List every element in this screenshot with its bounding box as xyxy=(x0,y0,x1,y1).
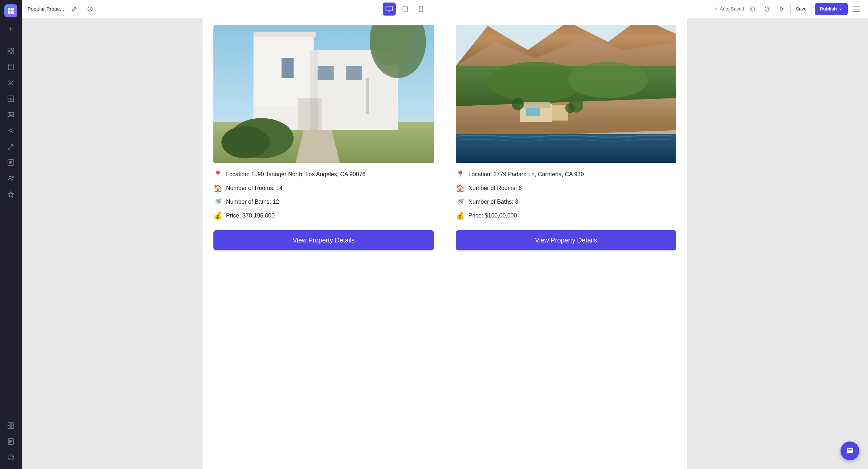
svg-rect-3 xyxy=(11,11,14,14)
rooms-row-1: 🏠 Number of Rooms: 14 xyxy=(213,184,434,193)
price-text-1: Price: $78,195,000 xyxy=(226,212,275,219)
property-card-2: 📍 Location: 2779 Padaro Ln, Carnteria, C… xyxy=(445,18,687,261)
sidebar-item-page[interactable] xyxy=(4,60,18,74)
chat-bubble[interactable] xyxy=(841,441,859,460)
sidebar-item-table[interactable] xyxy=(4,92,18,106)
sidebar-item-settings[interactable] xyxy=(4,123,18,138)
sidebar-item-add[interactable]: + xyxy=(4,22,18,36)
sidebar-bottom xyxy=(4,418,18,465)
svg-rect-78 xyxy=(526,108,540,116)
price-icon-2: 💰 xyxy=(456,211,465,220)
sidebar-item-brush[interactable] xyxy=(4,139,18,154)
bath-icon-2: 🚿 xyxy=(456,198,465,206)
svg-marker-46 xyxy=(780,7,784,11)
baths-row-1: 🚿 Number of Baths: 12 xyxy=(213,198,434,206)
save-button[interactable]: Save xyxy=(790,3,812,15)
location-row-2: 📍 Location: 2779 Padaro Ln, Carnteria, C… xyxy=(456,170,676,179)
sidebar: + xyxy=(0,0,22,469)
svg-point-13 xyxy=(9,84,10,85)
topbar: Popular Prope... ✓ Auto Saved xyxy=(22,0,868,18)
device-switcher xyxy=(100,3,710,16)
svg-rect-60 xyxy=(310,50,318,130)
price-row-1: 💰 Price: $78,195,000 xyxy=(213,211,434,220)
hamburger-menu-btn[interactable] xyxy=(851,3,862,15)
svg-rect-56 xyxy=(282,58,294,78)
view-details-btn-1[interactable]: View Property Details xyxy=(213,230,434,250)
property-details-2: 📍 Location: 2779 Padaro Ln, Carnteria, C… xyxy=(456,170,676,220)
svg-rect-65 xyxy=(366,78,369,114)
price-row-2: 💰 Price: $160,00,000 xyxy=(456,211,676,220)
baths-text-2: Number of Baths: 3 xyxy=(468,199,518,205)
sidebar-item-star[interactable] xyxy=(4,187,18,202)
check-icon: ✓ xyxy=(714,6,718,12)
main-wrapper: Popular Prope... ✓ Auto Saved xyxy=(22,0,868,469)
desktop-btn[interactable] xyxy=(383,3,396,16)
svg-point-27 xyxy=(9,176,11,178)
baths-text-1: Number of Baths: 12 xyxy=(226,199,279,205)
undo-btn[interactable] xyxy=(747,3,758,15)
location-icon-1: 📍 xyxy=(213,170,222,179)
svg-rect-4 xyxy=(8,48,10,50)
view-details-btn-2[interactable]: View Property Details xyxy=(456,230,676,250)
location-text-1: Location: 1590 Tanager North, Los Angele… xyxy=(226,171,366,178)
property-image-2 xyxy=(456,25,676,163)
app-logo[interactable] xyxy=(4,4,17,17)
sidebar-item-scissors[interactable] xyxy=(4,76,18,90)
property-image-1 xyxy=(213,25,434,163)
rooms-icon-1: 🏠 xyxy=(213,184,222,193)
price-text-2: Price: $160,00,000 xyxy=(468,212,517,219)
svg-rect-57 xyxy=(318,66,333,80)
sidebar-item-grid[interactable] xyxy=(4,44,18,58)
property-card-1: 📍 Location: 1590 Tanager North, Los Ange… xyxy=(203,18,445,261)
svg-point-12 xyxy=(9,81,10,82)
redo-btn[interactable] xyxy=(761,3,773,15)
svg-rect-5 xyxy=(12,48,14,50)
svg-rect-74 xyxy=(456,134,676,163)
history-icon-btn[interactable] xyxy=(84,3,96,15)
svg-rect-55 xyxy=(254,32,316,37)
svg-point-22 xyxy=(10,130,12,132)
sidebar-item-list[interactable] xyxy=(4,155,18,170)
sidebar-item-refresh[interactable] xyxy=(4,450,18,465)
price-icon-1: 💰 xyxy=(213,211,222,220)
svg-point-43 xyxy=(405,11,405,12)
svg-rect-58 xyxy=(346,66,362,80)
svg-rect-2 xyxy=(8,11,10,14)
svg-point-28 xyxy=(12,176,13,178)
page-title: Popular Prope... xyxy=(27,6,64,12)
rooms-icon-2: 🏠 xyxy=(456,184,465,193)
svg-rect-7 xyxy=(12,52,14,54)
tablet-btn[interactable] xyxy=(399,3,412,16)
svg-rect-29 xyxy=(8,423,10,425)
sidebar-item-notes[interactable] xyxy=(4,434,18,449)
canvas-area: 📍 Location: 1590 Tanager North, Los Ange… xyxy=(22,18,868,469)
publish-button[interactable]: Publish xyxy=(815,3,848,15)
canvas-page: 📍 Location: 1590 Tanager North, Los Ange… xyxy=(203,18,687,469)
sidebar-item-widgets2[interactable] xyxy=(4,418,18,433)
svg-rect-76 xyxy=(522,102,550,108)
mobile-btn[interactable] xyxy=(414,3,427,16)
svg-rect-16 xyxy=(8,96,14,102)
preview-btn[interactable] xyxy=(776,3,787,15)
svg-rect-39 xyxy=(386,6,392,11)
svg-point-64 xyxy=(221,126,269,159)
svg-point-71 xyxy=(568,62,648,98)
sidebar-item-users[interactable] xyxy=(4,171,18,186)
svg-rect-6 xyxy=(8,52,10,54)
auto-saved-status: ✓ Auto Saved xyxy=(714,6,744,12)
rooms-text-2: Number of Rooms: 6 xyxy=(468,185,522,191)
sidebar-item-media[interactable] xyxy=(4,107,18,122)
svg-point-79 xyxy=(512,98,524,110)
property-details-1: 📍 Location: 1590 Tanager North, Los Ange… xyxy=(213,170,434,220)
svg-rect-30 xyxy=(11,423,14,425)
svg-point-81 xyxy=(565,103,575,113)
property-grid: 📍 Location: 1590 Tanager North, Los Ange… xyxy=(203,18,687,276)
rooms-row-2: 🏠 Number of Rooms: 6 xyxy=(456,184,676,193)
bath-icon-1: 🚿 xyxy=(213,198,222,206)
pin-icon-btn[interactable] xyxy=(68,3,80,15)
location-icon-2: 📍 xyxy=(456,170,465,179)
auto-saved-label: Auto Saved xyxy=(720,6,744,12)
baths-row-2: 🚿 Number of Baths: 3 xyxy=(456,198,676,206)
rooms-text-1: Number of Rooms: 14 xyxy=(226,185,283,191)
topbar-right: ✓ Auto Saved Save Publish xyxy=(714,3,862,15)
